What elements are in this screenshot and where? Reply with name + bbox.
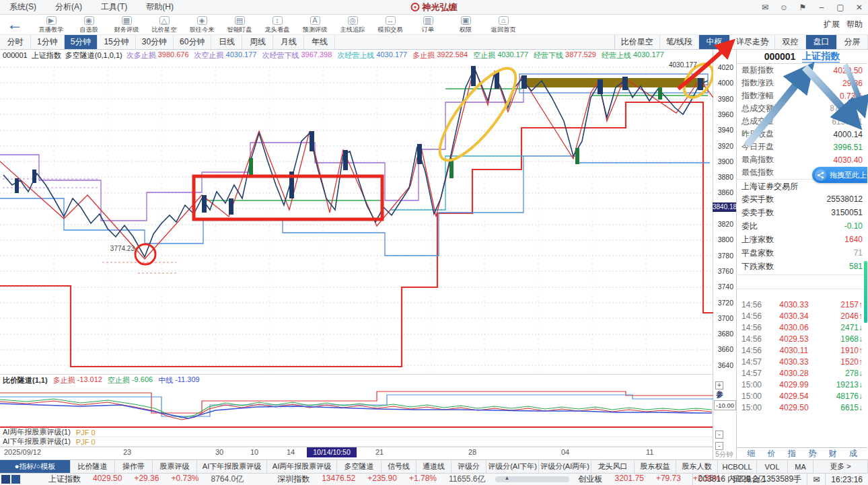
subchart-plot[interactable] — [0, 386, 713, 428]
index-group-sh[interactable]: 上证指数 4029.50 +29.36 +0.73% 8764.0亿 — [48, 474, 244, 485]
tick-row: 15:00 4029.99 19213↓ — [737, 379, 867, 390]
timeframe-tab[interactable]: 15分钟 — [98, 35, 135, 49]
toolbar-button[interactable]: ◉ 自选股 — [70, 15, 108, 35]
indicator-field: 次多止损 3980.676 — [126, 50, 189, 61]
indicator-tab[interactable]: 评级分(AI下年) — [486, 460, 539, 473]
y-axis-label: 3980 — [712, 95, 733, 103]
index-group-sz[interactable]: 深圳指数 13476.52 +235.90 +1.78% 11655.6亿 — [277, 474, 485, 485]
indicator-tab[interactable]: 更多 > — [813, 460, 868, 473]
indicator-field: 经营上线 4030.177 — [602, 50, 664, 61]
order-stat-value: 71 — [854, 248, 863, 258]
indicator-row[interactable]: AI下年报股票评级(1) PJF 0 — [0, 437, 713, 447]
toolbar-button[interactable]: ▣ 权限 — [447, 15, 484, 35]
timeframe-tab[interactable]: 5分钟 — [65, 35, 98, 49]
panel-mini-tab[interactable]: 价 — [767, 448, 775, 459]
drag-upload-badge[interactable]: 拖拽至此上传 — [812, 167, 867, 183]
indicator-row[interactable]: AI两年报股票评级(1) PJF 0 — [0, 428, 713, 437]
quote-row-value: 8764.0亿 — [830, 103, 863, 114]
menu-item[interactable]: 工具(T) — [92, 2, 137, 11]
tick-time: 14:56 — [742, 334, 771, 344]
view-tab[interactable]: 双控 — [775, 35, 806, 49]
toolbar-button[interactable]: ▦ 财务评级 — [108, 15, 145, 35]
tick-price: 4029.54 — [771, 391, 817, 401]
quote-row: 总成交量 6130311 — [737, 115, 867, 128]
main-chart-plot[interactable]: 3774.23 4030.177 — [0, 61, 713, 374]
panel-mini-tab[interactable]: 细 — [747, 448, 755, 459]
view-tab[interactable]: 详尽走势 — [730, 35, 775, 49]
toolbar-button[interactable]: ▤ 智能盯盘 — [221, 15, 258, 35]
skin-icon[interactable]: ⚑ — [798, 3, 807, 12]
toolbar-button[interactable]: ▥ 订单 — [409, 15, 447, 35]
toolbar-button[interactable]: ◎ 主线追踪 — [334, 15, 371, 35]
toolbar-button[interactable]: ▶ 直播教学 — [32, 15, 70, 35]
toolbar-button[interactable]: ◈ 股往今来 — [183, 15, 221, 35]
toolbar-right-link[interactable]: 帮助 — [846, 19, 863, 30]
mail-icon[interactable]: ✉ — [760, 3, 770, 12]
indicator-tab[interactable]: MA — [788, 460, 813, 473]
panel-scrollbar-thumb[interactable] — [864, 261, 867, 323]
menu-item[interactable]: 系统(S) — [0, 2, 46, 11]
indicator-tab[interactable]: ●指标/○模板 — [0, 460, 71, 473]
indicator-tab[interactable]: 股票评级 — [153, 460, 197, 473]
timeframe-tab[interactable]: 30分钟 — [136, 35, 174, 49]
timeframe-tab[interactable]: 周线 — [242, 35, 273, 49]
y-axis-label: 3640 — [712, 361, 733, 369]
indicator-tab[interactable]: AI两年报股票评级 — [267, 460, 337, 473]
timeframe-tab[interactable]: 分时 — [0, 35, 31, 49]
indicator-tab[interactable]: 比价隧道 — [71, 460, 115, 473]
indicator-tab[interactable]: HCBOLL — [718, 460, 757, 473]
back-arrow-button[interactable]: ← — [0, 15, 32, 34]
toolbar-button[interactable]: ⌂ 返回首页 — [484, 15, 522, 35]
toolbar-right-link[interactable]: 扩展 — [824, 19, 840, 30]
restore-button[interactable]: ▢ — [836, 3, 845, 12]
indicator-tab[interactable]: 龙头风口 — [591, 460, 635, 473]
menu-item[interactable]: 帮助(H) — [137, 2, 183, 11]
timeframe-tab[interactable]: 月线 — [273, 35, 304, 49]
index-pct: +1.78% — [409, 474, 437, 485]
indicator-tab[interactable]: 通道线 — [417, 460, 451, 473]
timeframe-tab[interactable]: 60分钟 — [174, 35, 211, 49]
indicator-tab[interactable]: VOL — [757, 460, 788, 473]
indicator-tab[interactable]: 信号线 — [382, 460, 417, 473]
view-tab[interactable]: 笔/线段 — [660, 35, 699, 49]
indicator-tab[interactable]: 股东人数 — [676, 460, 718, 473]
y-axis-highlight-label: 3840.18 — [713, 202, 736, 212]
panel-mini-tab[interactable]: 势 — [808, 448, 816, 459]
menu-item[interactable]: 分析(A) — [46, 2, 92, 11]
toolbar-button[interactable]: ↔ 模拟交易 — [371, 15, 409, 35]
date-label: 23 — [123, 448, 131, 456]
order-stat-value: 3150051 — [831, 208, 863, 217]
minimize-button[interactable]: – — [817, 3, 826, 12]
toolbar-button[interactable]: △ 比价星空 — [145, 15, 183, 35]
toolbar-right: 扩展帮助 — [824, 19, 863, 30]
quote-name[interactable]: 上证指数 — [802, 50, 840, 63]
view-tab[interactable]: 盘口 — [806, 35, 837, 49]
user-icon[interactable]: ☺ — [779, 3, 789, 12]
view-tab[interactable]: 分屏 — [837, 35, 868, 49]
indicator-tab[interactable]: 评级分 — [451, 460, 486, 473]
toolbar-button-icon: A — [310, 16, 320, 25]
zoom-out-button-1[interactable]: - — [715, 431, 723, 439]
panel-mini-tab[interactable]: 成 — [849, 448, 857, 459]
toolbar-button[interactable]: ↕ 龙头看盘 — [258, 15, 296, 35]
toolbar-button[interactable]: A 预测评级 — [296, 15, 334, 35]
close-button[interactable]: ✕ — [855, 3, 864, 12]
timeframe-tab[interactable]: 年线 — [304, 35, 335, 49]
mail-status-icon[interactable]: ✉ — [807, 474, 825, 485]
order-stat-label: 平盘家数 — [742, 248, 774, 259]
zoom-in-button[interactable]: + — [715, 381, 723, 389]
panel-mini-tab[interactable]: 财 — [828, 448, 836, 459]
indicator-tab[interactable]: 操作带 — [115, 460, 153, 473]
indicator-tab[interactable]: 评级分(AI两年) — [539, 460, 591, 473]
status-scrollbar-thumb[interactable]: ▲ — [495, 476, 569, 482]
view-tab[interactable]: 中枢 — [699, 35, 730, 49]
timeframe-tab[interactable]: 1分钟 — [31, 35, 65, 49]
timeframe-tab[interactable]: 日线 — [211, 35, 242, 49]
view-tab[interactable]: 比价星空 — [615, 35, 660, 49]
indicator-tab[interactable]: AI下年报股票评级 — [197, 460, 267, 473]
indicator-param-icon[interactable]: 参 — [716, 389, 723, 400]
indicator-tab[interactable]: 股东权益 — [635, 460, 676, 473]
indicator-tab[interactable]: 多空隧道 — [337, 460, 382, 473]
zoom-out-button-2[interactable]: - — [715, 442, 723, 450]
panel-mini-tab[interactable]: 指 — [788, 448, 796, 459]
